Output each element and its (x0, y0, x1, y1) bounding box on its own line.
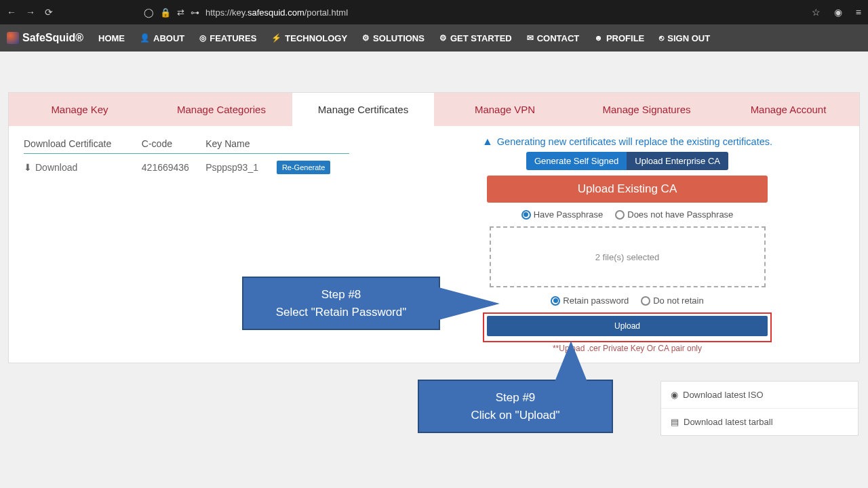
tab-manage-categories[interactable]: Manage Categories (151, 93, 292, 126)
certificate-table: Download Certificate C-code Key Name ⬇Do… (24, 136, 349, 178)
target-icon: ◎ (199, 33, 206, 43)
download-iso-link[interactable]: ◉Download latest ISO (661, 382, 858, 409)
nav-profile[interactable]: ☻PROFILE (594, 33, 644, 43)
person-icon: 👤 (140, 33, 150, 43)
back-icon[interactable]: ← (7, 7, 16, 18)
download-box: ◉Download latest ISO ▤Download latest ta… (660, 381, 859, 436)
nav-features[interactable]: ◎FEATURES (199, 33, 256, 43)
browser-toolbar: ← → ⟳ ◯ 🔒 ⇄ ⊶ https://key.safesquid.com/… (0, 0, 868, 24)
nav-home[interactable]: HOME (98, 33, 125, 43)
radio-checked-icon (551, 296, 560, 306)
file-icon: ▤ (671, 417, 679, 427)
warning-icon: ▲ (482, 136, 493, 148)
user-icon: ☻ (594, 33, 603, 43)
radio-no-passphrase[interactable]: Does not have Passphrase (615, 209, 733, 220)
tab-manage-signatures[interactable]: Manage Signatures (576, 93, 717, 126)
download-link[interactable]: ⬇Download (24, 154, 142, 179)
callout-arrow-right-icon (439, 287, 500, 320)
key-icon: ⊶ (191, 7, 199, 18)
tab-manage-key[interactable]: Manage Key (9, 93, 151, 126)
callout-step-8: Step #8 Select "Retain Password" (242, 277, 440, 330)
tab-manage-account[interactable]: Manage Account (717, 93, 859, 126)
radio-have-passphrase[interactable]: Have Passphrase (521, 209, 604, 220)
swap-icon: ⇄ (177, 7, 184, 18)
nav-solutions[interactable]: ⚙SOLUTIONS (362, 33, 425, 43)
tab-manage-vpn[interactable]: Manage VPN (434, 93, 576, 126)
account-icon[interactable]: ◉ (834, 7, 842, 18)
tab-bar: Manage Key Manage Categories Manage Cert… (9, 93, 859, 126)
brand[interactable]: SafeSquid® (7, 32, 83, 44)
main-nav: SafeSquid® HOME 👤ABOUT ◎FEATURES ⚡TECHNO… (0, 24, 868, 52)
keyname-value: Psppsp93_1 (205, 154, 277, 179)
col-keyname: Key Name (205, 136, 277, 154)
forward-icon[interactable]: → (26, 7, 35, 18)
warning-text: ▲ Generating new certificates will repla… (410, 136, 844, 148)
callout-step-9: Step #9 Click on "Upload" (418, 380, 613, 433)
radio-unchecked-icon (641, 296, 650, 306)
callout-arrow-up-icon (555, 341, 587, 382)
signout-icon: ⎋ (659, 33, 664, 43)
gears-icon: ⚙ (362, 33, 370, 43)
upload-area: ▲ Generating new certificates will repla… (410, 136, 844, 353)
brand-text: SafeSquid® (22, 32, 83, 44)
radio-do-not-retain[interactable]: Do not retain (641, 296, 703, 306)
generate-self-signed-button[interactable]: Generate Self Signed (526, 152, 627, 170)
upload-note: **Upload .cer Private Key Or CA pair onl… (410, 344, 844, 353)
nav-contact[interactable]: ✉CONTACT (527, 33, 580, 43)
radio-checked-icon (521, 210, 531, 220)
download-icon: ⬇ (24, 162, 32, 173)
download-tarball-link[interactable]: ▤Download latest tarball (661, 409, 858, 435)
shield-icon: ◯ (144, 7, 154, 18)
nav-sign-out[interactable]: ⎋SIGN OUT (659, 33, 710, 43)
radio-retain-password[interactable]: Retain password (551, 296, 629, 306)
mail-icon: ✉ (527, 33, 534, 43)
table-row: ⬇Download 421669436 Psppsp93_1 Re-Genera… (24, 154, 349, 179)
upload-existing-ca-button[interactable]: Upload Existing CA (487, 176, 768, 203)
bolt-icon: ⚡ (271, 33, 281, 43)
url-bar[interactable]: ◯ 🔒 ⇄ ⊶ https://key.safesquid.com/portal… (144, 7, 348, 18)
files-selected-text: 2 file(s) selected (595, 252, 660, 262)
brand-logo-icon (7, 32, 19, 44)
menu-icon[interactable]: ≡ (856, 7, 861, 18)
disc-icon: ◉ (671, 390, 678, 400)
url-text: https://key.safesquid.com/portal.html (205, 7, 348, 18)
upload-button[interactable]: Upload (487, 316, 768, 336)
reload-icon[interactable]: ⟳ (45, 7, 53, 18)
file-drop-zone[interactable]: 2 file(s) selected (490, 226, 766, 287)
upload-highlight: Upload (483, 312, 772, 342)
lock-icon: 🔒 (160, 7, 171, 18)
tab-manage-certificates[interactable]: Manage Certificates (292, 93, 434, 126)
nav-about[interactable]: 👤ABOUT (140, 33, 184, 43)
regenerate-button[interactable]: Re-Generate (277, 161, 331, 174)
star-icon[interactable]: ☆ (812, 7, 821, 18)
radio-unchecked-icon (615, 210, 625, 220)
ccode-value: 421669436 (142, 154, 205, 179)
col-ccode: C-code (142, 136, 205, 154)
upload-enterprise-ca-button[interactable]: Upload Enterprise CA (627, 152, 728, 170)
nav-get-started[interactable]: ⚙GET STARTED (439, 33, 512, 43)
gear-icon: ⚙ (439, 33, 447, 43)
nav-technology[interactable]: ⚡TECHNOLOGY (271, 33, 347, 43)
col-download-cert: Download Certificate (24, 136, 142, 154)
